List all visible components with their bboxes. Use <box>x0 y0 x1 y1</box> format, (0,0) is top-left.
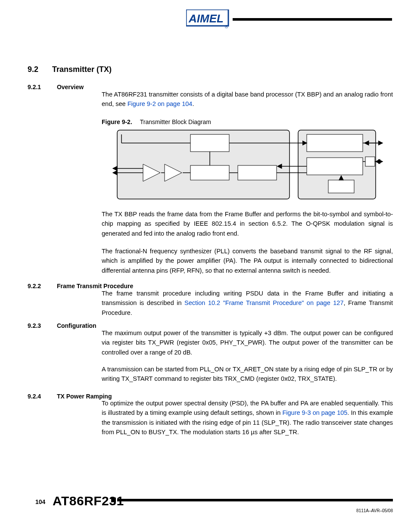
paragraph: The frame transmit procedure including w… <box>102 289 393 317</box>
page-number: 104 <box>35 498 45 507</box>
svg-rect-10 <box>307 134 363 152</box>
svg-text:AIMEL: AIMEL <box>188 12 224 25</box>
section-number: 9.2 <box>28 64 50 76</box>
paragraph: The maximum output power of the transmit… <box>102 328 393 357</box>
svg-rect-12 <box>328 180 354 193</box>
paragraph: The AT86RF231 transmitter consists of a … <box>102 90 393 109</box>
svg-rect-11 <box>307 158 363 175</box>
subsection-number: 9.2.1 <box>28 83 55 92</box>
subsection-heading: 9.2.4 TX Power Ramping <box>28 392 112 401</box>
paragraph: To optimize the output power spectral de… <box>102 398 393 437</box>
paragraph: The TX BBP reads the frame data from the… <box>102 209 393 238</box>
svg-rect-6 <box>190 165 229 180</box>
svg-rect-7 <box>238 165 277 180</box>
paragraph: A transmission can be started from PLL_O… <box>102 364 393 384</box>
paragraph: The fractional-N frequency synthesizer (… <box>102 246 393 275</box>
atmel-logo: AIMEL ® <box>186 9 229 29</box>
subsection-number: 9.2.3 <box>28 321 55 331</box>
subsection-title: Configuration <box>57 322 97 329</box>
doc-id: 8111A–AVR–05/08 <box>356 507 393 514</box>
svg-rect-13 <box>365 157 375 166</box>
svg-text:®: ® <box>225 25 228 29</box>
subsection-title: Overview <box>57 84 84 90</box>
xref-link[interactable]: Section 10.2 "Frame Transmit Procedure" … <box>184 299 343 306</box>
footer-rule <box>117 499 393 501</box>
text: . <box>192 100 194 107</box>
subsection-number: 9.2.4 <box>28 392 55 401</box>
subsection-heading: 9.2.1 Overview <box>28 83 84 92</box>
header-rule <box>233 18 392 21</box>
figure-caption: Transmitter Block Diagram <box>140 118 211 125</box>
subsection-number: 9.2.2 <box>28 282 55 291</box>
figure-number: Figure 9-2. <box>102 118 132 125</box>
subsection-heading: 9.2.3 Configuration <box>28 321 97 331</box>
figure-label: Figure 9-2.Transmitter Block Diagram <box>102 118 393 127</box>
svg-rect-5 <box>190 134 229 152</box>
section-heading: 9.2 Transmitter (TX) <box>28 64 112 76</box>
section-title: Transmitter (TX) <box>52 65 112 74</box>
xref-link[interactable]: Figure 9-3 on page 105 <box>282 409 347 416</box>
xref-link[interactable]: Figure 9-2 on page 104 <box>128 100 193 107</box>
transmitter-block-diagram <box>109 128 384 203</box>
